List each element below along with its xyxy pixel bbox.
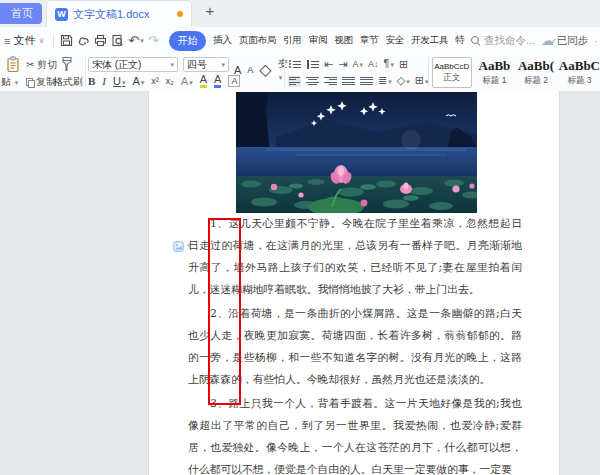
ribbon-tab-dev-tools[interactable]: 开发工具 xyxy=(411,34,448,47)
paste-dropdown-caret[interactable]: ▾ xyxy=(15,79,19,86)
chevron-down-icon: ▾ xyxy=(170,61,174,69)
format-painter-button[interactable]: 格式刷 xyxy=(53,75,83,89)
home-tab[interactable]: 首页 xyxy=(0,3,42,24)
shrink-font-button[interactable]: A xyxy=(247,65,253,75)
document-area: ▾ 1、这几天心里颇不宁静。今晚在院子里坐着乘凉，忽然想起日 日走过的荷塘，在这… xyxy=(0,91,600,475)
undo-dropdown-caret[interactable]: ▾ xyxy=(140,37,144,45)
divider xyxy=(85,57,86,87)
document-page[interactable]: ▾ 1、这几天心里颇不宁静。今晚在院子里坐着乘凉，忽然想起日 日走过的荷塘，在这… xyxy=(148,91,560,475)
more-indicator: · xyxy=(594,35,598,47)
style-heading-1[interactable]: AaBb 标题 1 xyxy=(476,57,514,88)
align-left-button[interactable] xyxy=(288,76,301,87)
format-painter-icon[interactable] xyxy=(60,56,74,76)
style-heading-3[interactable]: AaBbC 标题 3 xyxy=(559,57,600,88)
italic-button[interactable]: I xyxy=(102,75,106,87)
clear-format-button[interactable]: ◇ xyxy=(259,60,271,79)
divider xyxy=(284,57,285,87)
undo-button[interactable]: ↶ xyxy=(128,33,139,48)
save-button[interactable] xyxy=(58,32,75,50)
sync-status[interactable]: ☁✓ 已同步 xyxy=(541,34,589,48)
subscript-button[interactable]: x₂ xyxy=(166,76,174,86)
decrease-indent-button[interactable]: ⇤ xyxy=(324,58,333,71)
ribbon-tab-references[interactable]: 引用 xyxy=(283,34,302,47)
highlight-button[interactable]: A xyxy=(200,74,207,88)
file-menu[interactable]: ≡ 文件 ∨ xyxy=(0,33,49,48)
numbering-button[interactable] xyxy=(306,59,319,70)
font-size-value: 四号 xyxy=(187,58,207,72)
ribbon-tab-security[interactable]: 安全 xyxy=(385,34,404,47)
char-scale-button[interactable]: A▾ xyxy=(352,58,363,71)
style-heading-2[interactable]: AaBb( 标题 2 xyxy=(517,57,555,88)
export-button[interactable] xyxy=(75,32,92,50)
lotus-pond-night-image[interactable] xyxy=(236,92,477,213)
save-icon xyxy=(60,34,73,47)
shading-button[interactable]: ◇▾ xyxy=(397,74,410,88)
unsaved-indicator-dot xyxy=(177,11,183,17)
paste-button[interactable]: 贴 ▾ xyxy=(1,75,18,89)
font-color-bar xyxy=(214,85,221,88)
copy-icon xyxy=(26,78,34,86)
ribbon-tab-home[interactable]: 开始 xyxy=(169,31,207,51)
ribbon-menu-bar: ≡ 文件 ∨ ↶ ▾ ↷ 开始 插入 页面布局 引用 审阅 视图 章节 安全 xyxy=(0,27,600,54)
chevron-down-icon: ∨ xyxy=(38,36,44,45)
paragraph-group: ⇤ ⇥ A▾ A↓ ¶▾ ⊞ ≣▾ ◇▾ ⊞▾ xyxy=(288,54,428,91)
increase-indent-button[interactable]: ⇥ xyxy=(338,58,347,71)
sync-status-label: 已同步 xyxy=(557,34,589,48)
export-icon xyxy=(77,34,90,47)
search-icon xyxy=(471,36,480,45)
home-ribbon-toolbar: 贴 ▾ ✂ 剪切 复制 格式刷 宋体 (正文) ▾ 四号 ▾ A A ◇ 变▾ xyxy=(0,54,600,92)
print-preview-icon xyxy=(111,34,124,47)
font-size-tools: A A ◇ 变▾ xyxy=(234,57,288,82)
distribute-button[interactable] xyxy=(360,76,373,87)
print-preview-button[interactable] xyxy=(109,32,126,50)
sort-button[interactable]: A↓ xyxy=(368,58,379,71)
font-size-select[interactable]: 四号 ▾ xyxy=(183,57,229,72)
text-line: 居，也爱独处。像今晚上，一个人在这苍茫的月下，什么都可以想， xyxy=(188,437,522,459)
align-right-button[interactable] xyxy=(324,76,337,87)
font-color-a-button[interactable]: A▾ xyxy=(132,75,144,87)
bullets-button[interactable] xyxy=(288,59,301,70)
underline-button[interactable]: U▾ xyxy=(113,75,125,87)
redo-button[interactable]: ↷ xyxy=(148,33,159,48)
ribbon-tab-section[interactable]: 章节 xyxy=(360,34,379,47)
superscript-button[interactable]: x² xyxy=(151,76,159,86)
window-tab-bar: 首页 W 文字文稿1.docx + xyxy=(0,0,600,28)
paste-icon[interactable] xyxy=(6,56,20,77)
document-tab[interactable]: W 文字文稿1.docx xyxy=(46,0,192,27)
clipboard-group: 贴 ▾ ✂ 剪切 复制 格式刷 xyxy=(0,54,84,91)
print-button[interactable] xyxy=(92,32,109,50)
style-normal[interactable]: AaBbCcD 正文 xyxy=(432,57,472,88)
cut-button[interactable]: ✂ 剪切 xyxy=(26,58,57,72)
ribbon-tab-view[interactable]: 视图 xyxy=(334,34,353,47)
copy-button[interactable]: 复制 xyxy=(26,75,56,89)
ribbon-tab-review[interactable]: 审阅 xyxy=(309,34,328,47)
search-placeholder-text: 查找命令... xyxy=(484,34,535,48)
show-marks-button[interactable]: ¶▾ xyxy=(383,57,393,71)
command-search[interactable]: 查找命令... xyxy=(471,34,535,48)
paragraph-3: 3、路上只我一个人，背着手踱着。这一片天地好像是我的;我也 像超出了平常的自己，… xyxy=(188,393,522,475)
menu-bar-right: 查找命令... ☁✓ 已同步 · xyxy=(465,27,600,54)
cut-icon: ✂ xyxy=(26,59,34,70)
align-center-button[interactable] xyxy=(306,76,319,87)
insert-grid-button[interactable]: ⊞ xyxy=(399,58,408,71)
ribbon-tab-page-layout[interactable]: 页面布局 xyxy=(239,34,276,47)
font-format-row: B I U▾ A▾ x² x₂ A▾ A A A xyxy=(88,74,240,88)
file-menu-label: 文件 xyxy=(13,33,35,48)
bold-button[interactable]: B xyxy=(88,75,95,87)
wps-writer-icon: W xyxy=(55,8,68,21)
line-spacing-button[interactable]: ≣▾ xyxy=(378,74,392,88)
font-family-value: 宋体 (正文) xyxy=(92,58,141,72)
font-group: 宋体 (正文) ▾ 四号 ▾ A A ◇ 变▾ B I U▾ A▾ x² x₂ … xyxy=(88,54,284,91)
paragraph-row-1: ⇤ ⇥ A▾ A↓ ¶▾ ⊞ xyxy=(288,57,408,71)
font-color-button[interactable]: A xyxy=(214,74,221,88)
char-border-button[interactable]: A xyxy=(228,75,240,87)
text-line: 像超出了平常的自己，到了另一世界里。我爱热闹，也爱冷静;爱群 xyxy=(188,415,522,437)
font-family-select[interactable]: 宋体 (正文) ▾ xyxy=(88,57,178,72)
text-tool-button[interactable]: 变▾ xyxy=(278,57,288,82)
borders-button[interactable]: ⊞▾ xyxy=(415,74,429,88)
document-tab-title: 文字文稿1.docx xyxy=(73,7,149,22)
new-tab-button[interactable]: + xyxy=(200,2,220,19)
ribbon-tab-insert[interactable]: 插入 xyxy=(213,34,232,47)
justify-button[interactable] xyxy=(342,76,355,87)
text-effects-button[interactable]: A▾ xyxy=(181,75,193,87)
